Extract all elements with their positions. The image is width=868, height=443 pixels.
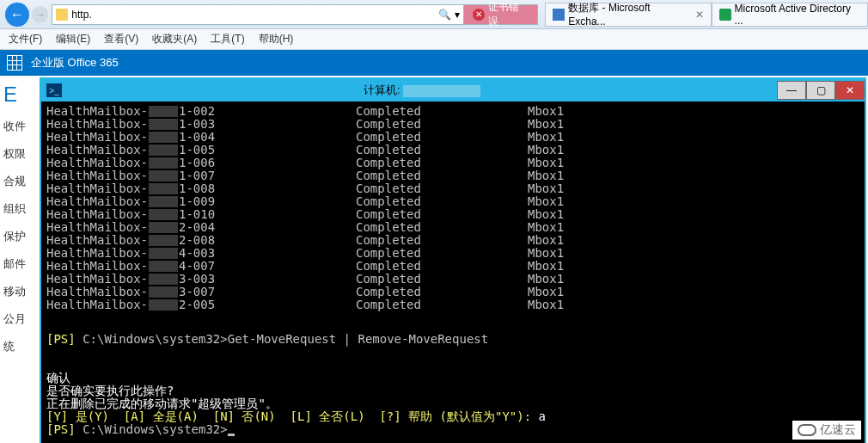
ps-prompt-marker: [PS] — [46, 422, 83, 436]
sidebar-item[interactable]: 保护 — [3, 229, 36, 244]
output-row: HealthMailbox-2-008CompletedMbox1 — [46, 234, 859, 247]
certificate-error[interactable]: ✕ 证书错误 — [464, 4, 538, 25]
output-row: HealthMailbox-1-005CompletedMbox1 — [46, 144, 859, 157]
output-row: HealthMailbox-1-008CompletedMbox1 — [46, 182, 859, 195]
output-row: HealthMailbox-2-005CompletedMbox1 — [46, 298, 859, 311]
menu-file[interactable]: 文件(F) — [9, 32, 42, 46]
window-title: 计算机: — [364, 83, 400, 96]
browser-menu-bar: 文件(F) 编辑(E) 查看(V) 收藏夹(A) 工具(T) 帮助(H) — [0, 29, 868, 50]
output-row: HealthMailbox-1-006CompletedMbox1 — [46, 157, 859, 169]
output-row: HealthMailbox-1-003CompletedMbox1 — [46, 118, 859, 131]
sidebar-item[interactable]: 组织 — [3, 201, 36, 217]
forward-button[interactable]: → — [32, 6, 49, 23]
output-row: HealthMailbox-1-009CompletedMbox1 — [46, 195, 859, 208]
tab-label: Microsoft Active Directory ... — [735, 3, 860, 27]
ps-prompt-path: C:\Windows\system32> — [83, 332, 228, 346]
close-button[interactable]: ✕ — [835, 81, 865, 100]
maximize-button[interactable]: ▢ — [806, 81, 835, 100]
dropdown-icon[interactable]: ▾ — [455, 9, 460, 21]
output-row: HealthMailbox-1-004CompletedMbox1 — [46, 131, 859, 144]
menu-view[interactable]: 查看(V) — [104, 32, 138, 46]
confirm-detail: 正在删除已完成的移动请求"超级管理员"。 — [46, 397, 859, 410]
watermark-text: 亿速云 — [820, 422, 856, 438]
sidebar-item[interactable]: 公月 — [3, 311, 36, 327]
address-text: http. — [71, 9, 91, 21]
minimize-button[interactable]: — — [777, 81, 806, 100]
output-row: HealthMailbox-1-002CompletedMbox1 — [46, 105, 859, 118]
output-row: HealthMailbox-1-010CompletedMbox1 — [46, 208, 859, 221]
menu-tools[interactable]: 工具(T) — [211, 32, 244, 46]
menu-edit[interactable]: 编辑(E) — [56, 32, 90, 46]
sidebar-item[interactable]: 移动 — [3, 284, 36, 299]
output-row: HealthMailbox-4-007CompletedMbox1 — [46, 260, 859, 273]
search-icon[interactable]: 🔍 — [438, 9, 451, 21]
browser-tabs: 数据库 - Microsoft Excha... ✕ Microsoft Act… — [545, 3, 868, 27]
redacted-hostname — [403, 85, 480, 97]
cursor — [228, 434, 235, 436]
exchange-sidebar: E 收件 权限 合规 组织 保护 邮件 移动 公月 统 — [0, 76, 40, 443]
exchange-suite-bar: 企业版 Office 365 — [0, 50, 868, 76]
confirm-title: 确认 — [46, 372, 859, 385]
menu-favorites[interactable]: 收藏夹(A) — [152, 32, 197, 46]
address-bar[interactable]: http. 🔍 ▾ — [52, 4, 464, 25]
output-row: HealthMailbox-1-007CompletedMbox1 — [46, 169, 859, 182]
tab-ad[interactable]: Microsoft Active Directory ... — [712, 3, 868, 27]
powershell-output[interactable]: HealthMailbox-1-002CompletedMbox1HealthM… — [41, 102, 865, 443]
suite-label: 企业版 Office 365 — [31, 55, 119, 71]
output-row: HealthMailbox-4-003CompletedMbox1 — [46, 247, 859, 260]
tab-favicon — [719, 9, 731, 21]
site-favicon — [56, 9, 68, 21]
output-row: HealthMailbox-3-003CompletedMbox1 — [46, 273, 859, 286]
powershell-titlebar[interactable]: >_ 计算机: — ▢ ✕ — [41, 79, 865, 102]
output-row: HealthMailbox-3-007CompletedMbox1 — [46, 286, 859, 298]
powershell-window: >_ 计算机: — ▢ ✕ HealthMailbox-1-002Complet… — [40, 77, 866, 443]
tab-label: 数据库 - Microsoft Excha... — [568, 1, 688, 28]
powershell-icon: >_ — [46, 83, 62, 97]
app-launcher-icon[interactable] — [7, 55, 22, 71]
watermark: 亿速云 — [792, 421, 861, 440]
sidebar-item[interactable]: 邮件 — [3, 256, 36, 272]
confirm-question: 是否确实要执行此操作? — [46, 385, 859, 397]
confirm-answer: a — [539, 409, 546, 423]
ps-prompt-marker: [PS] — [46, 332, 83, 346]
sidebar-item[interactable]: 合规 — [3, 174, 36, 189]
error-icon: ✕ — [473, 9, 485, 21]
back-button[interactable]: ← — [5, 3, 29, 27]
exchange-brand: E — [3, 83, 36, 107]
confirm-choices: [Y] 是(Y) [A] 全是(A) [N] 否(N) [L] 全否(L) [?… — [46, 409, 539, 423]
sidebar-item[interactable]: 统 — [3, 339, 36, 354]
cloud-icon — [798, 424, 816, 436]
sidebar-item[interactable]: 收件 — [3, 119, 36, 134]
browser-nav-bar: ← → http. 🔍 ▾ ✕ 证书错误 数据库 - Microsoft Exc… — [0, 0, 868, 29]
ps-command: Get-MoveRequest | Remove-MoveRequest — [228, 332, 488, 346]
menu-help[interactable]: 帮助(H) — [259, 32, 294, 46]
tab-close-icon[interactable]: ✕ — [695, 9, 704, 21]
cert-error-label: 证书错误 — [488, 0, 529, 29]
tab-exchange[interactable]: 数据库 - Microsoft Excha... ✕ — [545, 3, 711, 27]
tab-favicon — [553, 9, 565, 21]
ps-prompt-path: C:\Windows\system32> — [83, 422, 228, 436]
sidebar-item[interactable]: 权限 — [3, 146, 36, 162]
output-row: HealthMailbox-2-004CompletedMbox1 — [46, 221, 859, 234]
